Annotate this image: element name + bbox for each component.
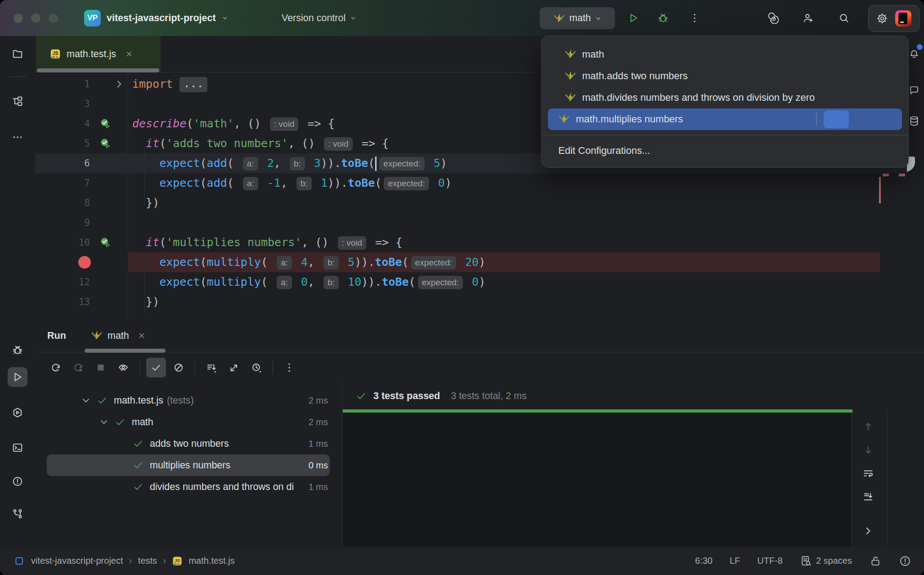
code-line[interactable]: 12 expect(multiply( a: 0, b: 10)).toBe(e… [35,272,907,292]
fold-chevron-icon[interactable] [113,78,125,90]
run-configuration-item[interactable]: math.divides numbers and throws on divis… [548,87,902,108]
services-tool-button[interactable] [0,403,35,422]
notifications-button[interactable] [899,555,911,567]
caret-position-widget[interactable]: 6:30 [695,556,713,566]
show-passed-button[interactable] [146,358,166,377]
close-icon[interactable] [138,332,146,340]
expand-toolbar-button[interactable] [862,525,877,539]
soft-wrap-button[interactable] [862,467,877,482]
line-number: 6 [35,153,90,173]
structure-tool-button[interactable] [0,91,35,111]
indent-widget[interactable]: 2 spaces [800,555,852,567]
breadcrumb-file[interactable]: math.test.js [188,556,234,566]
popup-debug-button[interactable] [852,110,877,128]
test-tree-row[interactable]: math2 ms [35,411,342,433]
code-line[interactable]: expect(multiply( a: 4, b: 5)).toBe(expec… [35,252,907,272]
code-text: }) [128,292,907,312]
code-text: expect(add( a: -1, b: 1)).toBe(expected:… [128,173,907,193]
next-occurrence-button[interactable] [862,444,877,458]
line-number: 13 [35,292,90,312]
test-tree-row[interactable]: adds two numbers1 ms [35,433,342,454]
edit-configurations-item[interactable]: Edit Configurations... [542,140,908,161]
code-with-me-button[interactable] [796,0,820,36]
problems-tool-button[interactable] [0,472,35,491]
more-options-button[interactable] [279,358,299,377]
line-separator-widget[interactable]: LF [730,556,740,566]
breadcrumb-tests[interactable]: tests [138,556,157,566]
chevron-down-icon[interactable] [80,395,92,406]
editor-tab-math-test-js[interactable]: JS math.test.js [36,36,161,72]
sort-tests-button[interactable] [202,358,221,377]
chevron-down-icon[interactable] [98,416,110,428]
breakpoint[interactable] [78,256,91,269]
rerun-failed-tests-button[interactable] [68,358,88,377]
more-tools-button[interactable] [0,127,35,147]
console-output[interactable] [343,413,852,547]
popup-more-button[interactable] [879,110,897,128]
test-tree-row[interactable]: math.test.js(tests)2 ms [35,390,342,411]
code-line[interactable]: 7 expect(add( a: -1, b: 1)).toBe(expecte… [35,173,907,193]
run-configuration-item[interactable]: math.adds two numbers [548,65,902,87]
run-tab-math[interactable]: math [85,319,152,352]
check-icon [355,390,367,402]
code-token: describe [132,117,186,130]
more-ellipsis-icon [12,131,23,143]
ai-chat-tool-button[interactable] [908,85,923,99]
code-line[interactable]: 8 }) [35,193,907,213]
window-zoom-button[interactable] [49,13,58,23]
more-actions-button[interactable] [683,0,706,36]
scroll-to-end-button[interactable] [862,491,877,505]
readonly-toggle[interactable] [869,555,882,567]
code-token: ( [200,256,207,269]
breadcrumb-project[interactable]: vitest-javascript-project [31,556,123,566]
run-configuration-item[interactable]: math.multiplies numbers [548,108,902,130]
breadcrumb: vitest-javascript-project › tests › JS m… [13,555,235,567]
project-tool-button[interactable] [0,44,35,64]
run-button[interactable] [622,0,645,36]
code-token: toBe [375,256,402,269]
run-test-gutter-icon[interactable] [99,236,112,249]
text-caret [375,157,377,171]
vcs-widget[interactable]: Version control [282,0,356,36]
debug-button[interactable] [651,0,675,36]
run-configuration-item[interactable]: math [548,44,902,65]
window-minimize-button[interactable] [31,13,40,23]
settings-gear-button[interactable] [876,13,888,24]
show-ignored-button[interactable] [169,358,188,377]
window-close-button[interactable] [13,13,23,23]
watch-tests-icon [117,362,129,373]
notifications-tool-button[interactable] [908,49,923,63]
close-icon[interactable] [125,50,133,58]
search-everywhere-button[interactable] [832,0,856,36]
run-configuration-selector[interactable]: math [540,7,615,29]
code-line[interactable]: 9 [35,213,907,233]
code-line[interactable]: 10 it('multiplies numbers', () : void =>… [35,233,907,252]
toggle-auto-test-button[interactable] [113,358,133,377]
debug-tool-button[interactable] [0,340,35,360]
run-test-gutter-icon[interactable] [99,117,112,130]
code-line[interactable]: 13 }) [35,292,907,312]
code-token: 4 [294,256,308,269]
terminal-tool-button[interactable] [0,438,35,458]
sort-by-duration-button[interactable] [247,358,266,377]
ai-assistant-button[interactable] [763,0,786,36]
rerun-tests-button[interactable] [46,358,66,377]
project-name: vitest-javascript-project [107,13,216,24]
user-avatar[interactable] [895,10,911,27]
stop-button[interactable] [91,358,111,377]
gutter [35,252,128,272]
project-widget[interactable]: VP vitest-javascript-project [84,0,228,36]
prev-occurrence-button[interactable] [862,421,877,435]
folded-region[interactable]: ... [179,77,207,92]
popup-run-button[interactable] [824,110,849,128]
test-passed-icon [132,459,144,471]
run-test-gutter-icon[interactable] [99,137,112,150]
import-test-results-button[interactable] [224,358,244,377]
test-tree-row[interactable]: multiplies numbers0 ms [35,454,342,476]
database-tool-button[interactable] [908,115,923,130]
run-tool-button[interactable] [0,367,35,387]
test-tree-row[interactable]: divides numbers and throws on di1 ms [35,476,342,498]
version-control-tool-button[interactable] [0,504,35,524]
run-panel-title: Run [47,319,66,352]
encoding-widget[interactable]: UTF-8 [757,556,783,566]
